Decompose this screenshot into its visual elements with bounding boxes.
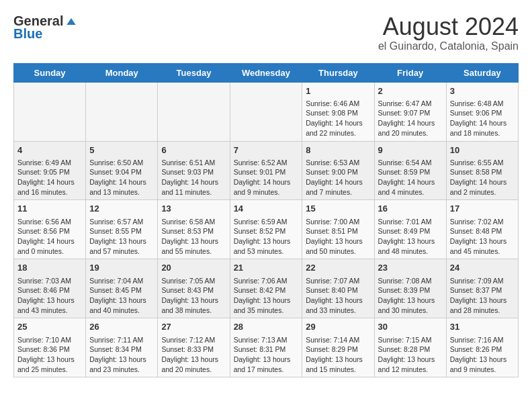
day-info-line: Sunrise: 6:51 AM — [161, 158, 226, 168]
day-info-line: and 48 minutes. — [378, 246, 443, 257]
day-info-line: Sunset: 9:01 PM — [234, 167, 299, 177]
day-info-line: Sunrise: 7:09 AM — [450, 276, 515, 286]
day-info-line: Sunrise: 7:11 AM — [89, 335, 154, 345]
day-number: 14 — [234, 203, 299, 215]
day-info-line: Sunrise: 7:06 AM — [234, 276, 299, 286]
calendar-cell: 3Sunrise: 6:48 AMSunset: 9:06 PMDaylight… — [446, 82, 518, 141]
calendar-cell — [158, 82, 230, 141]
calendar-week-3: 11Sunrise: 6:56 AMSunset: 8:56 PMDayligh… — [14, 200, 519, 259]
calendar-cell: 8Sunrise: 6:53 AMSunset: 9:00 PMDaylight… — [302, 141, 374, 200]
day-info-line: Sunrise: 7:15 AM — [378, 335, 443, 345]
day-info-line: and 57 minutes. — [89, 246, 154, 257]
day-info-line: Sunset: 8:28 PM — [378, 345, 443, 355]
calendar-cell: 6Sunrise: 6:51 AMSunset: 9:03 PMDaylight… — [158, 141, 230, 200]
calendar-cell: 28Sunrise: 7:13 AMSunset: 8:31 PMDayligh… — [230, 318, 302, 377]
day-info-line: Daylight: 13 hours — [306, 236, 370, 246]
day-info-line: Sunset: 9:07 PM — [378, 108, 443, 118]
calendar-cell: 11Sunrise: 6:56 AMSunset: 8:56 PMDayligh… — [14, 200, 86, 259]
day-info-line: Daylight: 14 hours — [450, 177, 515, 187]
day-info-line: and 20 minutes. — [378, 128, 443, 138]
header-wednesday: Wednesday — [230, 63, 302, 82]
calendar-cell: 15Sunrise: 7:00 AMSunset: 8:51 PMDayligh… — [302, 200, 374, 259]
day-info-line: Daylight: 13 hours — [378, 355, 443, 365]
day-number: 6 — [161, 144, 226, 156]
day-info-line: and 16 minutes. — [17, 187, 82, 197]
day-info-line: and 22 minutes. — [306, 128, 370, 138]
day-info-line: Sunset: 8:51 PM — [306, 226, 370, 236]
calendar-cell: 12Sunrise: 6:57 AMSunset: 8:55 PMDayligh… — [86, 200, 158, 259]
day-info-line: Sunrise: 6:58 AM — [161, 217, 226, 227]
calendar-week-4: 18Sunrise: 7:03 AMSunset: 8:46 PMDayligh… — [14, 259, 519, 318]
day-info-line: Daylight: 13 hours — [89, 295, 154, 306]
day-info-line: Daylight: 13 hours — [378, 295, 443, 306]
day-info-line: and 30 minutes. — [378, 306, 443, 316]
day-info-line: Sunset: 8:46 PM — [17, 285, 82, 295]
day-info-line: Daylight: 13 hours — [450, 295, 515, 306]
day-info-line: Sunrise: 6:53 AM — [306, 158, 370, 168]
day-info-line: Sunrise: 7:10 AM — [17, 335, 82, 345]
day-info-line: and 12 minutes. — [378, 365, 443, 375]
day-info-line: Daylight: 13 hours — [161, 236, 226, 246]
day-info-line: Sunrise: 7:14 AM — [306, 335, 370, 345]
day-info-line: Sunrise: 7:12 AM — [161, 335, 226, 345]
calendar-cell: 2Sunrise: 6:47 AMSunset: 9:07 PMDaylight… — [374, 82, 446, 141]
day-number: 25 — [17, 321, 82, 333]
day-info-line: Sunset: 8:45 PM — [89, 285, 154, 295]
day-info-line: and 20 minutes. — [161, 365, 226, 375]
day-number: 3 — [450, 85, 515, 97]
day-info-line: and 33 minutes. — [306, 306, 370, 316]
day-info-line: Sunset: 8:34 PM — [89, 345, 154, 355]
day-info-line: and 9 minutes. — [450, 365, 515, 375]
calendar-cell: 18Sunrise: 7:03 AMSunset: 8:46 PMDayligh… — [14, 259, 86, 318]
calendar-week-1: 1Sunrise: 6:46 AMSunset: 9:08 PMDaylight… — [14, 82, 519, 141]
day-info-line: and 15 minutes. — [306, 365, 370, 375]
day-number: 27 — [161, 321, 226, 333]
calendar-cell: 31Sunrise: 7:16 AMSunset: 8:26 PMDayligh… — [446, 318, 518, 377]
day-number: 10 — [450, 144, 515, 156]
calendar-cell: 25Sunrise: 7:10 AMSunset: 8:36 PMDayligh… — [14, 318, 86, 377]
day-info-line: Sunset: 8:52 PM — [234, 226, 299, 236]
title-section: August 2024 el Guinardo, Catalonia, Spai… — [378, 13, 519, 52]
calendar-cell — [14, 82, 86, 141]
day-info-line: Daylight: 14 hours — [234, 177, 299, 187]
day-info-line: Sunset: 9:05 PM — [17, 167, 82, 177]
day-info-line: and 23 minutes. — [89, 365, 154, 375]
calendar-cell: 20Sunrise: 7:05 AMSunset: 8:43 PMDayligh… — [158, 259, 230, 318]
day-info-line: and 2 minutes. — [450, 187, 515, 197]
day-info-line: Sunset: 9:03 PM — [161, 167, 226, 177]
day-info-line: Daylight: 14 hours — [17, 177, 82, 187]
svg-marker-0 — [67, 18, 76, 25]
day-info-line: Sunset: 9:04 PM — [89, 167, 154, 177]
calendar-cell — [86, 82, 158, 141]
header-saturday: Saturday — [446, 63, 518, 82]
day-info-line: Daylight: 13 hours — [378, 236, 443, 246]
day-info-line: Sunrise: 7:16 AM — [450, 335, 515, 345]
calendar-cell: 17Sunrise: 7:02 AMSunset: 8:48 PMDayligh… — [446, 200, 518, 259]
day-info-line: and 11 minutes. — [161, 187, 226, 197]
day-info-line: Daylight: 13 hours — [234, 295, 299, 306]
calendar-header-row: SundayMondayTuesdayWednesdayThursdayFrid… — [14, 63, 519, 82]
day-number: 2 — [378, 85, 443, 97]
day-info-line: Daylight: 13 hours — [450, 355, 515, 365]
day-info-line: and 28 minutes. — [450, 306, 515, 316]
day-number: 22 — [306, 262, 370, 274]
day-number: 30 — [378, 321, 443, 333]
day-number: 28 — [234, 321, 299, 333]
header-tuesday: Tuesday — [158, 63, 230, 82]
day-number: 4 — [17, 144, 82, 156]
day-number: 11 — [17, 203, 82, 215]
day-info-line: Sunset: 8:42 PM — [234, 285, 299, 295]
header-monday: Monday — [86, 63, 158, 82]
day-number: 9 — [378, 144, 443, 156]
day-info-line: and 50 minutes. — [306, 246, 370, 257]
day-info-line: Sunset: 8:37 PM — [450, 285, 515, 295]
logo-blue-text: Blue — [13, 26, 42, 42]
day-info-line: Sunrise: 6:46 AM — [306, 99, 370, 109]
day-info-line: Daylight: 13 hours — [450, 236, 515, 246]
day-info-line: Daylight: 14 hours — [161, 177, 226, 187]
day-info-line: and 40 minutes. — [89, 306, 154, 316]
day-number: 15 — [306, 203, 370, 215]
day-info-line: Daylight: 14 hours — [450, 118, 515, 128]
day-info-line: Daylight: 14 hours — [89, 177, 154, 187]
day-info-line: Sunrise: 7:02 AM — [450, 217, 515, 227]
